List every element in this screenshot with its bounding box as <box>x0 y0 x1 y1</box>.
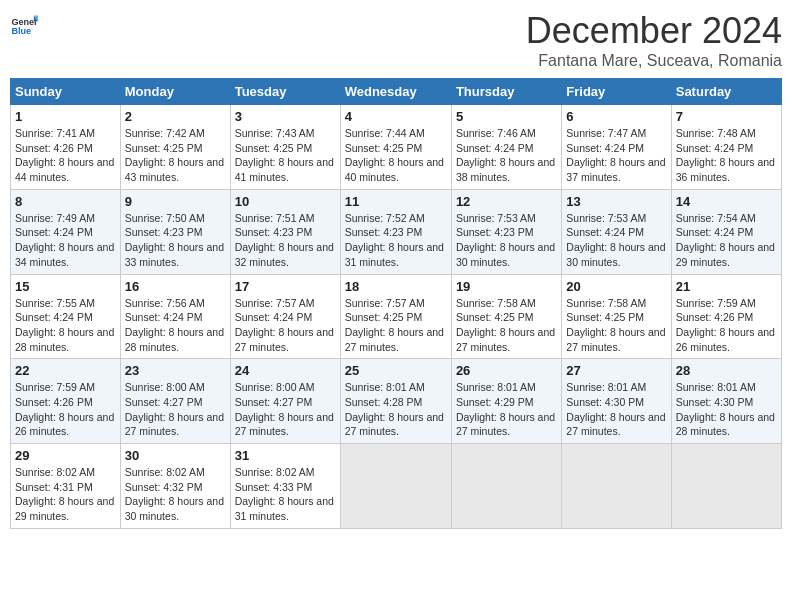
day-number: 23 <box>125 363 226 378</box>
calendar-cell: 21Sunrise: 7:59 AMSunset: 4:26 PMDayligh… <box>671 274 781 359</box>
day-detail: Sunrise: 7:53 AMSunset: 4:23 PMDaylight:… <box>456 211 557 270</box>
day-number: 7 <box>676 109 777 124</box>
day-detail: Sunrise: 7:57 AMSunset: 4:24 PMDaylight:… <box>235 296 336 355</box>
svg-text:Blue: Blue <box>11 26 31 36</box>
day-number: 29 <box>15 448 116 463</box>
logo-icon: General Blue <box>10 10 38 38</box>
month-title: December 2024 <box>526 10 782 52</box>
day-number: 19 <box>456 279 557 294</box>
day-number: 30 <box>125 448 226 463</box>
calendar-cell: 5Sunrise: 7:46 AMSunset: 4:24 PMDaylight… <box>451 105 561 190</box>
calendar-cell: 14Sunrise: 7:54 AMSunset: 4:24 PMDayligh… <box>671 189 781 274</box>
days-header-row: SundayMondayTuesdayWednesdayThursdayFrid… <box>11 79 782 105</box>
day-number: 10 <box>235 194 336 209</box>
calendar-cell: 11Sunrise: 7:52 AMSunset: 4:23 PMDayligh… <box>340 189 451 274</box>
day-number: 16 <box>125 279 226 294</box>
header-saturday: Saturday <box>671 79 781 105</box>
day-number: 26 <box>456 363 557 378</box>
day-number: 13 <box>566 194 666 209</box>
day-detail: Sunrise: 7:58 AMSunset: 4:25 PMDaylight:… <box>566 296 666 355</box>
calendar-cell: 17Sunrise: 7:57 AMSunset: 4:24 PMDayligh… <box>230 274 340 359</box>
page-header: General Blue December 2024 Fantana Mare,… <box>10 10 782 70</box>
calendar-cell: 12Sunrise: 7:53 AMSunset: 4:23 PMDayligh… <box>451 189 561 274</box>
day-number: 8 <box>15 194 116 209</box>
calendar-cell: 24Sunrise: 8:00 AMSunset: 4:27 PMDayligh… <box>230 359 340 444</box>
day-number: 11 <box>345 194 447 209</box>
calendar-cell: 7Sunrise: 7:48 AMSunset: 4:24 PMDaylight… <box>671 105 781 190</box>
day-detail: Sunrise: 7:57 AMSunset: 4:25 PMDaylight:… <box>345 296 447 355</box>
day-detail: Sunrise: 8:00 AMSunset: 4:27 PMDaylight:… <box>235 380 336 439</box>
day-detail: Sunrise: 7:58 AMSunset: 4:25 PMDaylight:… <box>456 296 557 355</box>
calendar-cell: 2Sunrise: 7:42 AMSunset: 4:25 PMDaylight… <box>120 105 230 190</box>
day-number: 12 <box>456 194 557 209</box>
calendar-cell <box>562 444 671 529</box>
day-detail: Sunrise: 8:01 AMSunset: 4:30 PMDaylight:… <box>676 380 777 439</box>
day-number: 14 <box>676 194 777 209</box>
calendar-cell: 4Sunrise: 7:44 AMSunset: 4:25 PMDaylight… <box>340 105 451 190</box>
location-title: Fantana Mare, Suceava, Romania <box>526 52 782 70</box>
calendar-cell: 6Sunrise: 7:47 AMSunset: 4:24 PMDaylight… <box>562 105 671 190</box>
day-detail: Sunrise: 7:46 AMSunset: 4:24 PMDaylight:… <box>456 126 557 185</box>
calendar-cell: 1Sunrise: 7:41 AMSunset: 4:26 PMDaylight… <box>11 105 121 190</box>
calendar-cell: 3Sunrise: 7:43 AMSunset: 4:25 PMDaylight… <box>230 105 340 190</box>
day-number: 9 <box>125 194 226 209</box>
calendar-cell: 22Sunrise: 7:59 AMSunset: 4:26 PMDayligh… <box>11 359 121 444</box>
week-row-4: 22Sunrise: 7:59 AMSunset: 4:26 PMDayligh… <box>11 359 782 444</box>
day-detail: Sunrise: 8:02 AMSunset: 4:31 PMDaylight:… <box>15 465 116 524</box>
day-detail: Sunrise: 8:01 AMSunset: 4:30 PMDaylight:… <box>566 380 666 439</box>
day-number: 21 <box>676 279 777 294</box>
day-number: 15 <box>15 279 116 294</box>
day-detail: Sunrise: 8:01 AMSunset: 4:29 PMDaylight:… <box>456 380 557 439</box>
header-monday: Monday <box>120 79 230 105</box>
day-detail: Sunrise: 7:56 AMSunset: 4:24 PMDaylight:… <box>125 296 226 355</box>
calendar-cell: 23Sunrise: 8:00 AMSunset: 4:27 PMDayligh… <box>120 359 230 444</box>
calendar-cell: 13Sunrise: 7:53 AMSunset: 4:24 PMDayligh… <box>562 189 671 274</box>
calendar-cell <box>340 444 451 529</box>
calendar-cell: 30Sunrise: 8:02 AMSunset: 4:32 PMDayligh… <box>120 444 230 529</box>
day-number: 3 <box>235 109 336 124</box>
header-friday: Friday <box>562 79 671 105</box>
day-detail: Sunrise: 7:55 AMSunset: 4:24 PMDaylight:… <box>15 296 116 355</box>
day-detail: Sunrise: 8:02 AMSunset: 4:33 PMDaylight:… <box>235 465 336 524</box>
day-number: 24 <box>235 363 336 378</box>
week-row-2: 8Sunrise: 7:49 AMSunset: 4:24 PMDaylight… <box>11 189 782 274</box>
day-detail: Sunrise: 7:49 AMSunset: 4:24 PMDaylight:… <box>15 211 116 270</box>
day-detail: Sunrise: 7:44 AMSunset: 4:25 PMDaylight:… <box>345 126 447 185</box>
day-detail: Sunrise: 7:43 AMSunset: 4:25 PMDaylight:… <box>235 126 336 185</box>
week-row-1: 1Sunrise: 7:41 AMSunset: 4:26 PMDaylight… <box>11 105 782 190</box>
day-number: 1 <box>15 109 116 124</box>
day-detail: Sunrise: 7:42 AMSunset: 4:25 PMDaylight:… <box>125 126 226 185</box>
day-detail: Sunrise: 7:47 AMSunset: 4:24 PMDaylight:… <box>566 126 666 185</box>
day-number: 22 <box>15 363 116 378</box>
calendar-cell <box>451 444 561 529</box>
calendar-cell: 29Sunrise: 8:02 AMSunset: 4:31 PMDayligh… <box>11 444 121 529</box>
calendar-cell: 27Sunrise: 8:01 AMSunset: 4:30 PMDayligh… <box>562 359 671 444</box>
calendar-cell: 10Sunrise: 7:51 AMSunset: 4:23 PMDayligh… <box>230 189 340 274</box>
day-detail: Sunrise: 7:52 AMSunset: 4:23 PMDaylight:… <box>345 211 447 270</box>
day-number: 18 <box>345 279 447 294</box>
day-detail: Sunrise: 7:50 AMSunset: 4:23 PMDaylight:… <box>125 211 226 270</box>
day-detail: Sunrise: 8:00 AMSunset: 4:27 PMDaylight:… <box>125 380 226 439</box>
calendar-cell: 31Sunrise: 8:02 AMSunset: 4:33 PMDayligh… <box>230 444 340 529</box>
day-detail: Sunrise: 8:01 AMSunset: 4:28 PMDaylight:… <box>345 380 447 439</box>
calendar-cell: 19Sunrise: 7:58 AMSunset: 4:25 PMDayligh… <box>451 274 561 359</box>
day-number: 20 <box>566 279 666 294</box>
day-number: 6 <box>566 109 666 124</box>
title-block: December 2024 Fantana Mare, Suceava, Rom… <box>526 10 782 70</box>
header-tuesday: Tuesday <box>230 79 340 105</box>
calendar-cell: 15Sunrise: 7:55 AMSunset: 4:24 PMDayligh… <box>11 274 121 359</box>
calendar-cell: 25Sunrise: 8:01 AMSunset: 4:28 PMDayligh… <box>340 359 451 444</box>
calendar-cell: 18Sunrise: 7:57 AMSunset: 4:25 PMDayligh… <box>340 274 451 359</box>
calendar-cell: 9Sunrise: 7:50 AMSunset: 4:23 PMDaylight… <box>120 189 230 274</box>
header-wednesday: Wednesday <box>340 79 451 105</box>
day-number: 27 <box>566 363 666 378</box>
day-detail: Sunrise: 7:51 AMSunset: 4:23 PMDaylight:… <box>235 211 336 270</box>
day-detail: Sunrise: 8:02 AMSunset: 4:32 PMDaylight:… <box>125 465 226 524</box>
day-number: 5 <box>456 109 557 124</box>
day-detail: Sunrise: 7:41 AMSunset: 4:26 PMDaylight:… <box>15 126 116 185</box>
header-sunday: Sunday <box>11 79 121 105</box>
calendar-cell: 20Sunrise: 7:58 AMSunset: 4:25 PMDayligh… <box>562 274 671 359</box>
calendar-cell: 26Sunrise: 8:01 AMSunset: 4:29 PMDayligh… <box>451 359 561 444</box>
day-number: 4 <box>345 109 447 124</box>
logo: General Blue <box>10 10 38 38</box>
